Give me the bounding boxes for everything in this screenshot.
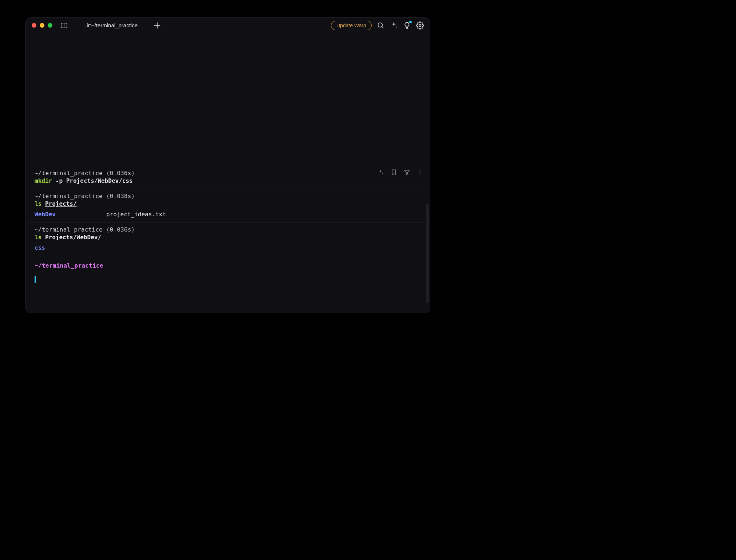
command-arg: Projects/	[45, 200, 77, 207]
svg-point-6	[419, 24, 421, 27]
prompt-area[interactable]: ~/terminal_practice	[26, 256, 430, 287]
notification-dot	[409, 21, 412, 23]
prompt-cwd: ~/terminal_practice	[35, 262, 421, 269]
scrollbar-thumb[interactable]	[426, 204, 429, 303]
command-name: ls	[35, 234, 41, 241]
command-line: ls Projects/WebDev/	[35, 234, 421, 241]
command-arg: Projects/WebDev/	[45, 234, 101, 241]
sparkle-icon[interactable]	[390, 21, 398, 29]
command-block[interactable]: ~/terminal_practice (0.038s) ls Projects…	[26, 189, 430, 222]
tab-current[interactable]: ..ir:~/terminal_practice	[75, 18, 146, 33]
svg-point-8	[420, 172, 421, 173]
block-meta: ~/terminal_practice (0.036s)	[35, 170, 421, 177]
command-name: mkdir	[35, 177, 52, 184]
svg-point-9	[420, 174, 421, 175]
svg-line-5	[382, 26, 383, 28]
command-block[interactable]: ~/terminal_practice (0.036s) mkdir -p Pr…	[26, 166, 430, 189]
maximize-window-button[interactable]	[48, 23, 52, 28]
svg-point-7	[420, 170, 421, 171]
block-actions	[377, 169, 423, 176]
title-bar-right: Update Warp	[331, 21, 430, 30]
close-window-button[interactable]	[32, 23, 36, 28]
block-meta: ~/terminal_practice (0.038s)	[35, 193, 421, 200]
minimize-window-button[interactable]	[40, 23, 44, 28]
svg-point-4	[378, 23, 383, 27]
more-icon[interactable]	[417, 169, 423, 176]
block-meta: ~/terminal_practice (0.036s)	[35, 226, 421, 233]
title-bar: ..ir:~/terminal_practice Update Warp	[26, 18, 430, 33]
terminal-window: ..ir:~/terminal_practice Update Warp	[25, 17, 430, 313]
command-flag: -p	[56, 177, 63, 184]
prompt-input[interactable]	[35, 276, 421, 283]
sparkle-icon[interactable]	[377, 169, 384, 176]
search-icon[interactable]	[377, 21, 385, 29]
output-directory: WebDev	[35, 211, 56, 218]
traffic-lights	[26, 23, 52, 28]
tab-title: ..ir:~/terminal_practice	[84, 22, 138, 28]
filter-icon[interactable]	[404, 169, 410, 176]
split-pane-icon[interactable]	[60, 23, 68, 28]
command-arg: Projects/WebDev/css	[66, 177, 133, 184]
command-output: css	[35, 244, 421, 251]
command-line: mkdir -p Projects/WebDev/css	[35, 177, 421, 184]
update-warp-button[interactable]: Update Warp	[331, 21, 372, 30]
cursor	[35, 276, 36, 283]
command-name: ls	[35, 200, 41, 207]
gear-icon[interactable]	[416, 21, 424, 29]
output-file: project_ideas.txt	[106, 211, 166, 218]
terminal-body: ~/terminal_practice (0.036s) mkdir -p Pr…	[26, 33, 430, 313]
output-directory: css	[35, 244, 45, 251]
bookmark-icon[interactable]	[391, 169, 397, 176]
lightbulb-icon[interactable]	[403, 21, 411, 29]
new-tab-button[interactable]	[152, 20, 162, 31]
command-line: ls Projects/	[35, 200, 421, 207]
command-output: WebDev project_ideas.txt	[35, 211, 421, 218]
terminal-scrollback-empty	[26, 33, 430, 166]
command-block[interactable]: ~/terminal_practice (0.036s) ls Projects…	[26, 222, 430, 256]
